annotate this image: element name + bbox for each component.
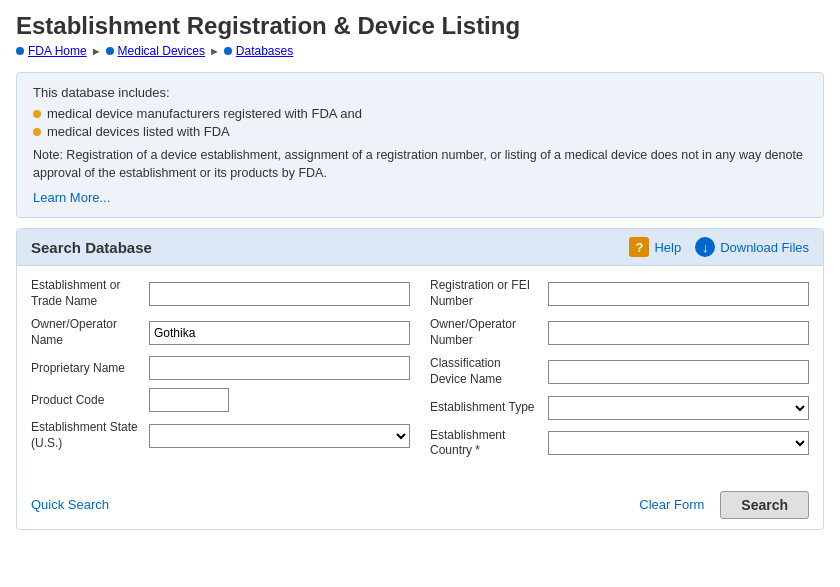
breadcrumb-sep-2: ►	[209, 45, 220, 57]
bullet-item-1: medical device manufacturers registered …	[33, 106, 807, 121]
establishment-country-select[interactable]: United States Canada United Kingdom	[548, 431, 809, 455]
page-title: Establishment Registration & Device List…	[16, 12, 824, 40]
owner-operator-num-input[interactable]	[548, 321, 809, 345]
quick-search-link[interactable]: Quick Search	[31, 497, 109, 512]
breadcrumb: FDA Home ► Medical Devices ► Databases	[16, 44, 824, 58]
learn-more-link[interactable]: Learn More...	[33, 190, 110, 205]
establishment-country-row: Establishment Country * United States Ca…	[430, 428, 809, 459]
establishment-name-row: Establishment or Trade Name	[31, 278, 410, 309]
info-intro: This database includes:	[33, 85, 807, 100]
bullet-list: medical device manufacturers registered …	[33, 106, 807, 139]
clear-form-link[interactable]: Clear Form	[639, 497, 704, 512]
breadcrumb-databases[interactable]: Databases	[236, 44, 293, 58]
download-icon: ↓	[695, 237, 715, 257]
owner-operator-label: Owner/Operator Name	[31, 317, 141, 348]
help-label: Help	[654, 240, 681, 255]
search-button[interactable]: Search	[720, 491, 809, 519]
search-panel-header: Search Database ? Help ↓ Download Files	[17, 229, 823, 266]
form-actions: Quick Search Clear Form Search	[17, 479, 823, 529]
establishment-name-input[interactable]	[149, 282, 410, 306]
action-right: Clear Form Search	[639, 491, 809, 519]
product-code-label: Product Code	[31, 393, 141, 409]
registration-label: Registration or FEI Number	[430, 278, 540, 309]
breadcrumb-sep-1: ►	[91, 45, 102, 57]
breadcrumb-fda-home[interactable]: FDA Home	[28, 44, 87, 58]
owner-operator-input[interactable]	[149, 321, 410, 345]
proprietary-name-input[interactable]	[149, 356, 410, 380]
establishment-state-label: Establishment State (U.S.)	[31, 420, 141, 451]
page-header: Establishment Registration & Device List…	[0, 0, 840, 62]
proprietary-name-row: Proprietary Name	[31, 356, 410, 380]
establishment-type-row: Establishment Type Manufacturer Repackag…	[430, 396, 809, 420]
product-code-row: Product Code	[31, 388, 410, 412]
establishment-state-select[interactable]: Alabama California New York Texas	[149, 424, 410, 448]
breadcrumb-medical-devices[interactable]: Medical Devices	[118, 44, 205, 58]
bullet-item-2: medical devices listed with FDA	[33, 124, 807, 139]
download-label: Download Files	[720, 240, 809, 255]
bullet-text-2: medical devices listed with FDA	[47, 124, 230, 139]
establishment-type-label: Establishment Type	[430, 400, 540, 416]
help-button[interactable]: ? Help	[629, 237, 681, 257]
download-button[interactable]: ↓ Download Files	[695, 237, 809, 257]
bullet-dot-2	[33, 128, 41, 136]
owner-operator-num-row: Owner/Operator Number	[430, 317, 809, 348]
breadcrumb-dot-2	[106, 47, 114, 55]
establishment-type-select[interactable]: Manufacturer Repackager	[548, 396, 809, 420]
search-panel-title: Search Database	[31, 239, 152, 256]
breadcrumb-dot-3	[224, 47, 232, 55]
registration-input[interactable]	[548, 282, 809, 306]
proprietary-name-label: Proprietary Name	[31, 361, 141, 377]
note-text: Note: Registration of a device establish…	[33, 147, 807, 182]
product-code-input[interactable]	[149, 388, 229, 412]
classification-label: Classification Device Name	[430, 356, 540, 387]
establishment-country-label: Establishment Country *	[430, 428, 540, 459]
establishment-name-label: Establishment or Trade Name	[31, 278, 141, 309]
classification-row: Classification Device Name	[430, 356, 809, 387]
header-right: ? Help ↓ Download Files	[629, 237, 809, 257]
search-panel: Search Database ? Help ↓ Download Files …	[16, 228, 824, 530]
establishment-state-row: Establishment State (U.S.) Alabama Calif…	[31, 420, 410, 451]
owner-operator-row: Owner/Operator Name	[31, 317, 410, 348]
search-form-body: Establishment or Trade Name Owner/Operat…	[17, 266, 823, 479]
classification-input[interactable]	[548, 360, 809, 384]
help-icon: ?	[629, 237, 649, 257]
breadcrumb-dot-1	[16, 47, 24, 55]
form-left-col: Establishment or Trade Name Owner/Operat…	[31, 278, 410, 467]
bullet-dot-1	[33, 110, 41, 118]
registration-row: Registration or FEI Number	[430, 278, 809, 309]
info-box: This database includes: medical device m…	[16, 72, 824, 218]
bullet-text-1: medical device manufacturers registered …	[47, 106, 362, 121]
owner-operator-num-label: Owner/Operator Number	[430, 317, 540, 348]
form-right-col: Registration or FEI Number Owner/Operato…	[430, 278, 809, 467]
